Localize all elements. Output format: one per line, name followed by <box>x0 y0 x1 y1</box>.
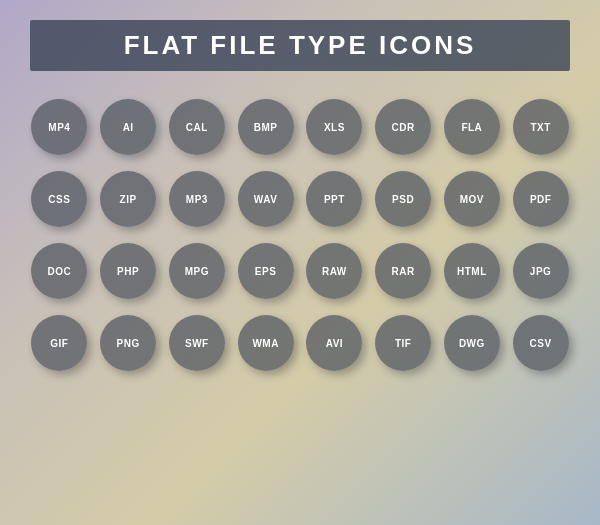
icon-label-xls: XLS <box>324 122 345 133</box>
icon-circle-ai[interactable]: AI <box>100 99 156 155</box>
icon-item-cdr: CDR <box>374 99 433 155</box>
icon-circle-php[interactable]: PHP <box>100 243 156 299</box>
icon-item-gif: GIF <box>30 315 89 371</box>
icon-circle-mpg[interactable]: MPG <box>169 243 225 299</box>
icon-item-tif: TIF <box>374 315 433 371</box>
icons-grid: MP4AICALBMPXLSCDRFLATXTCSSZIPMP3WAVPPTPS… <box>30 99 570 371</box>
icon-item-wav: WAV <box>236 171 295 227</box>
icon-circle-jpg[interactable]: JPG <box>513 243 569 299</box>
icon-item-html: HTML <box>443 243 502 299</box>
icon-circle-psd[interactable]: PSD <box>375 171 431 227</box>
icon-circle-eps[interactable]: EPS <box>238 243 294 299</box>
icon-item-ai: AI <box>99 99 158 155</box>
icon-label-mov: MOV <box>460 194 484 205</box>
icon-item-raw: RAW <box>305 243 364 299</box>
icon-label-dwg: DWG <box>459 338 485 349</box>
icon-label-zip: ZIP <box>120 194 137 205</box>
icon-item-txt: TXT <box>511 99 570 155</box>
icon-label-mp4: MP4 <box>48 122 70 133</box>
icon-label-mpg: MPG <box>185 266 209 277</box>
icon-circle-zip[interactable]: ZIP <box>100 171 156 227</box>
icon-label-mp3: MP3 <box>186 194 208 205</box>
icon-label-gif: GIF <box>50 338 68 349</box>
icon-label-eps: EPS <box>255 266 277 277</box>
icon-label-ai: AI <box>123 122 134 133</box>
icon-label-cdr: CDR <box>392 122 415 133</box>
icon-circle-mp3[interactable]: MP3 <box>169 171 225 227</box>
icon-label-fla: FLA <box>461 122 482 133</box>
icon-label-ppt: PPT <box>324 194 345 205</box>
icon-item-mp4: MP4 <box>30 99 89 155</box>
icon-circle-mp4[interactable]: MP4 <box>31 99 87 155</box>
icon-label-wma: WMA <box>252 338 279 349</box>
icon-circle-csv[interactable]: CSV <box>513 315 569 371</box>
icon-item-ppt: PPT <box>305 171 364 227</box>
icon-item-mov: MOV <box>443 171 502 227</box>
icon-circle-bmp[interactable]: BMP <box>238 99 294 155</box>
icon-label-cal: CAL <box>186 122 208 133</box>
icon-label-psd: PSD <box>392 194 414 205</box>
icon-label-pdf: PDF <box>530 194 552 205</box>
icon-label-bmp: BMP <box>254 122 278 133</box>
icon-circle-swf[interactable]: SWF <box>169 315 225 371</box>
main-background: FLAT FILE TYPE ICONS MP4AICALBMPXLSCDRFL… <box>0 0 600 525</box>
title-bar: FLAT FILE TYPE ICONS <box>30 20 570 71</box>
icon-item-php: PHP <box>99 243 158 299</box>
icon-label-png: PNG <box>117 338 140 349</box>
icon-item-doc: DOC <box>30 243 89 299</box>
icon-label-avi: AVI <box>326 338 343 349</box>
icon-circle-cdr[interactable]: CDR <box>375 99 431 155</box>
icon-circle-txt[interactable]: TXT <box>513 99 569 155</box>
icon-item-zip: ZIP <box>99 171 158 227</box>
icon-label-txt: TXT <box>530 122 550 133</box>
icon-circle-html[interactable]: HTML <box>444 243 500 299</box>
icon-label-swf: SWF <box>185 338 209 349</box>
icon-label-html: HTML <box>457 266 487 277</box>
icon-label-php: PHP <box>117 266 139 277</box>
icon-item-jpg: JPG <box>511 243 570 299</box>
icon-circle-css[interactable]: CSS <box>31 171 87 227</box>
page-title: FLAT FILE TYPE ICONS <box>50 30 550 61</box>
icon-circle-gif[interactable]: GIF <box>31 315 87 371</box>
icon-circle-tif[interactable]: TIF <box>375 315 431 371</box>
icon-label-jpg: JPG <box>530 266 552 277</box>
icon-item-pdf: PDF <box>511 171 570 227</box>
icon-item-dwg: DWG <box>443 315 502 371</box>
icon-circle-doc[interactable]: DOC <box>31 243 87 299</box>
icon-circle-avi[interactable]: AVI <box>306 315 362 371</box>
icon-label-csv: CSV <box>530 338 552 349</box>
icon-item-cal: CAL <box>168 99 227 155</box>
icon-item-fla: FLA <box>443 99 502 155</box>
icon-circle-pdf[interactable]: PDF <box>513 171 569 227</box>
icon-item-eps: EPS <box>236 243 295 299</box>
icon-circle-fla[interactable]: FLA <box>444 99 500 155</box>
icon-circle-png[interactable]: PNG <box>100 315 156 371</box>
icon-circle-dwg[interactable]: DWG <box>444 315 500 371</box>
icon-label-doc: DOC <box>48 266 72 277</box>
icon-label-css: CSS <box>48 194 70 205</box>
icon-circle-raw[interactable]: RAW <box>306 243 362 299</box>
icon-item-swf: SWF <box>168 315 227 371</box>
icon-item-xls: XLS <box>305 99 364 155</box>
icon-label-wav: WAV <box>254 194 278 205</box>
icon-circle-mov[interactable]: MOV <box>444 171 500 227</box>
icon-label-rar: RAR <box>392 266 415 277</box>
icon-label-tif: TIF <box>395 338 412 349</box>
icon-circle-wav[interactable]: WAV <box>238 171 294 227</box>
icon-item-rar: RAR <box>374 243 433 299</box>
icon-item-css: CSS <box>30 171 89 227</box>
icon-item-mp3: MP3 <box>168 171 227 227</box>
icon-item-bmp: BMP <box>236 99 295 155</box>
icon-item-csv: CSV <box>511 315 570 371</box>
icon-item-mpg: MPG <box>168 243 227 299</box>
icon-circle-rar[interactable]: RAR <box>375 243 431 299</box>
icon-label-raw: RAW <box>322 266 347 277</box>
icon-circle-wma[interactable]: WMA <box>238 315 294 371</box>
icon-circle-cal[interactable]: CAL <box>169 99 225 155</box>
icon-circle-xls[interactable]: XLS <box>306 99 362 155</box>
icon-item-psd: PSD <box>374 171 433 227</box>
icon-item-png: PNG <box>99 315 158 371</box>
icon-item-avi: AVI <box>305 315 364 371</box>
icon-item-wma: WMA <box>236 315 295 371</box>
icon-circle-ppt[interactable]: PPT <box>306 171 362 227</box>
